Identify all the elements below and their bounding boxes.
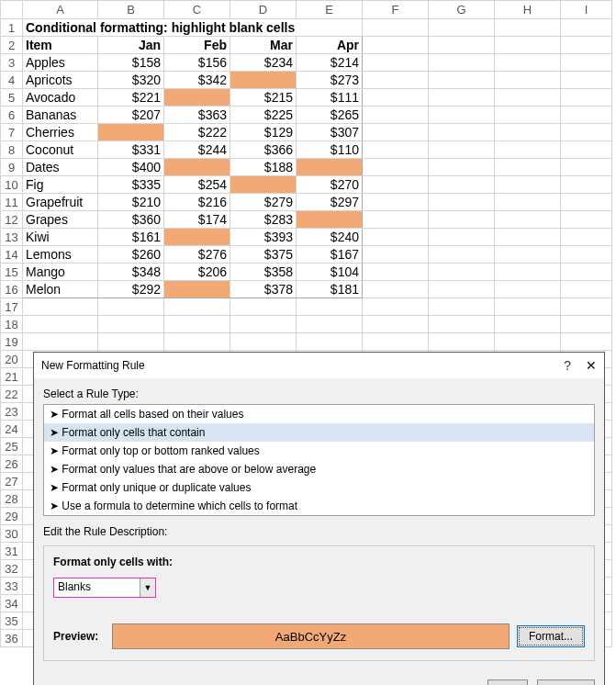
cell[interactable] [164,298,230,316]
cell[interactable]: $348 [98,264,164,281]
sheet-title[interactable]: Conditional formatting: highlight blank … [23,19,363,37]
cell[interactable]: $244 [164,141,230,159]
cell[interactable] [495,124,561,141]
col-header[interactable]: B [98,1,164,19]
cell[interactable] [561,54,612,72]
cell[interactable]: $360 [98,211,164,229]
row-header[interactable]: 20 [1,351,23,368]
row-header[interactable]: 29 [1,508,23,525]
row-header[interactable]: 17 [1,298,23,316]
cell[interactable]: $254 [164,176,230,194]
cell[interactable]: $375 [230,246,297,264]
row-header[interactable]: 31 [1,543,23,560]
row-header[interactable]: 34 [1,595,23,612]
cell[interactable] [98,298,164,316]
cell[interactable] [363,107,429,124]
row-header[interactable]: 4 [1,72,23,89]
cell[interactable] [561,246,612,264]
format-button[interactable]: Format... [517,625,585,647]
cell[interactable] [561,264,612,281]
cell[interactable] [363,19,429,37]
cell[interactable] [164,229,230,246]
cell[interactable]: Grapefruit [23,194,98,211]
cell[interactable]: $174 [164,211,230,229]
col-header[interactable]: H [495,1,561,19]
cell[interactable]: $358 [230,264,297,281]
cell[interactable]: $283 [230,211,297,229]
row-header[interactable]: 8 [1,141,23,159]
cell[interactable]: $104 [297,264,363,281]
cell[interactable] [363,159,429,176]
row-header[interactable]: 10 [1,176,23,194]
cell[interactable]: $270 [297,176,363,194]
blanks-dropdown[interactable]: Blanks ▼ [53,578,156,598]
cell[interactable] [363,124,429,141]
cell[interactable] [495,333,561,351]
cell[interactable] [363,37,429,54]
cell[interactable] [363,176,429,194]
cell[interactable] [495,141,561,159]
cell[interactable]: $222 [164,124,230,141]
cell[interactable] [297,333,363,351]
cell[interactable] [429,159,495,176]
cell[interactable]: $111 [297,89,363,107]
col-header[interactable]: A [23,1,98,19]
cell[interactable]: Melon [23,281,98,298]
cell[interactable] [429,37,495,54]
cell[interactable] [429,124,495,141]
row-header[interactable]: 12 [1,211,23,229]
cell[interactable] [230,72,297,89]
cell[interactable] [23,333,98,351]
cell[interactable] [561,159,612,176]
cell[interactable] [164,159,230,176]
cell[interactable]: $207 [98,107,164,124]
cell[interactable]: $110 [297,141,363,159]
cell[interactable] [495,107,561,124]
row-header[interactable]: 21 [1,368,23,386]
cell[interactable]: Coconut [23,141,98,159]
cell[interactable] [363,298,429,316]
cell[interactable]: $240 [297,229,363,246]
cell[interactable] [561,194,612,211]
row-header[interactable]: 6 [1,107,23,124]
cell[interactable] [495,281,561,298]
cell[interactable]: $276 [164,246,230,264]
row-header[interactable]: 23 [1,403,23,421]
row-header[interactable]: 28 [1,490,23,508]
col-header[interactable]: E [297,1,363,19]
cell[interactable] [561,298,612,316]
cell[interactable]: Apples [23,54,98,72]
cell[interactable] [495,159,561,176]
cell[interactable] [429,264,495,281]
cell[interactable] [363,54,429,72]
cell[interactable] [429,229,495,246]
cell[interactable]: $297 [297,194,363,211]
cell[interactable] [363,89,429,107]
cell[interactable]: $161 [98,229,164,246]
cell[interactable] [363,264,429,281]
cell[interactable] [429,333,495,351]
cell[interactable] [98,316,164,333]
cell[interactable] [561,281,612,298]
row-header[interactable]: 5 [1,89,23,107]
row-header[interactable]: 19 [1,333,23,351]
row-header[interactable]: 33 [1,578,23,595]
cell[interactable]: Mar [230,37,297,54]
cell[interactable] [164,89,230,107]
cell[interactable] [429,141,495,159]
cell[interactable] [429,89,495,107]
cell[interactable] [561,333,612,351]
cell[interactable]: $221 [98,89,164,107]
cell[interactable] [561,141,612,159]
cell[interactable]: $156 [164,54,230,72]
help-icon[interactable]: ? [564,358,571,373]
cell[interactable]: $188 [230,159,297,176]
rule-type-list[interactable]: ➤ Format all cells based on their values… [43,404,595,516]
cell[interactable] [495,19,561,37]
cell[interactable] [429,316,495,333]
rule-type-item[interactable]: ➤ Use a formula to determine which cells… [44,497,594,515]
cell[interactable]: $260 [98,246,164,264]
cell[interactable] [363,194,429,211]
row-header[interactable]: 7 [1,124,23,141]
cell[interactable] [98,124,164,141]
